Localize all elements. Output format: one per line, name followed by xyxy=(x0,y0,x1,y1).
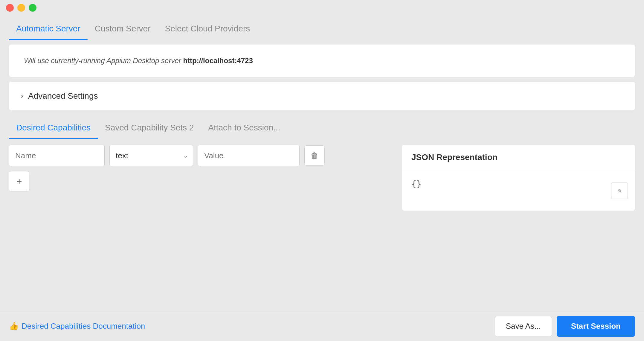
json-representation-header: JSON Representation xyxy=(402,145,635,170)
desired-capabilities-doc-link[interactable]: 👍 Desired Capabilities Documentation xyxy=(9,322,145,331)
advanced-settings-chevron-icon: › xyxy=(21,92,23,100)
capability-inputs-panel: text boolean number object json_object ⌄… xyxy=(9,145,392,191)
json-content: {} xyxy=(411,179,422,189)
json-representation-panel: JSON Representation {} ✎ xyxy=(402,145,635,211)
tab-saved-capability-sets[interactable]: Saved Capability Sets 2 xyxy=(98,118,201,139)
server-url: http://localhost:4723 xyxy=(183,57,253,65)
footer-buttons: Save As... Start Session xyxy=(495,316,635,337)
server-info-box: Will use currently-running Appium Deskto… xyxy=(9,45,635,77)
footer: 👍 Desired Capabilities Documentation Sav… xyxy=(0,311,644,341)
title-bar xyxy=(0,0,644,16)
capability-delete-button[interactable]: 🗑 xyxy=(304,145,325,166)
capability-value-input[interactable] xyxy=(198,145,300,166)
advanced-settings-label: Advanced Settings xyxy=(28,91,98,101)
capability-row: text boolean number object json_object ⌄… xyxy=(9,145,392,166)
save-as-button[interactable]: Save As... xyxy=(495,316,552,337)
server-info-text: Will use currently-running Appium Deskto… xyxy=(24,57,183,65)
doc-link-label: Desired Capabilities Documentation xyxy=(22,322,145,331)
capability-type-wrapper: text boolean number object json_object ⌄ xyxy=(109,145,193,166)
capability-name-input[interactable] xyxy=(9,145,105,166)
capability-add-button[interactable]: + xyxy=(9,171,29,191)
add-icon: + xyxy=(16,176,22,187)
minimize-button[interactable] xyxy=(17,4,25,12)
tab-select-cloud-providers[interactable]: Select Cloud Providers xyxy=(158,19,257,40)
maximize-button[interactable] xyxy=(29,4,36,12)
json-edit-button[interactable]: ✎ xyxy=(611,182,628,199)
capabilities-content: text boolean number object json_object ⌄… xyxy=(9,145,635,211)
capability-tabs: Desired Capabilities Saved Capability Se… xyxy=(9,118,635,139)
start-session-button[interactable]: Start Session xyxy=(557,316,635,337)
tab-automatic-server[interactable]: Automatic Server xyxy=(9,19,88,40)
thumbs-up-icon: 👍 xyxy=(9,322,19,331)
edit-icon: ✎ xyxy=(617,187,621,194)
delete-icon: 🗑 xyxy=(311,151,318,160)
advanced-settings-section[interactable]: › Advanced Settings xyxy=(9,82,635,110)
server-tabs: Automatic Server Custom Server Select Cl… xyxy=(9,19,635,40)
tab-desired-capabilities[interactable]: Desired Capabilities xyxy=(9,118,98,139)
tab-attach-to-session[interactable]: Attach to Session... xyxy=(201,118,287,139)
json-representation-body: {} ✎ xyxy=(402,170,635,206)
tab-custom-server[interactable]: Custom Server xyxy=(88,19,158,40)
main-container: Automatic Server Custom Server Select Cl… xyxy=(0,16,644,211)
capability-type-select[interactable]: text boolean number object json_object xyxy=(109,145,193,166)
close-button[interactable] xyxy=(6,4,14,12)
